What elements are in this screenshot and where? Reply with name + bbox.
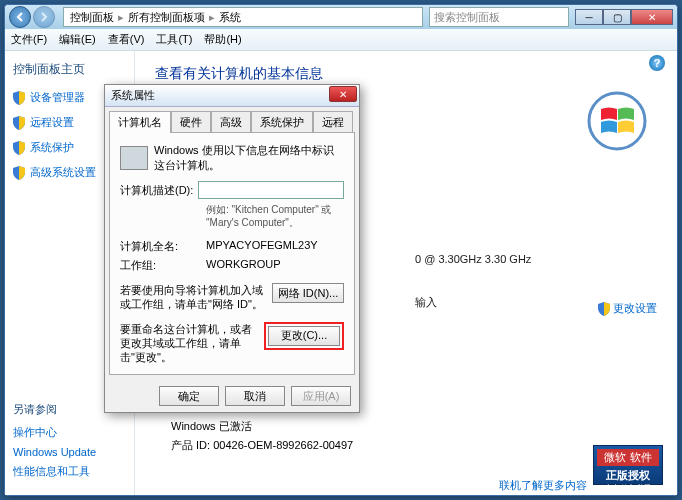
desc-field-label: 计算机描述(D):	[120, 183, 198, 198]
see-also-performance[interactable]: 性能信息和工具	[13, 464, 126, 479]
highlight-box: 更改(C)...	[264, 322, 344, 350]
cancel-button[interactable]: 取消	[225, 386, 285, 406]
breadcrumb-item[interactable]: 所有控制面板项	[128, 10, 205, 25]
nav-forward-button[interactable]	[33, 6, 55, 28]
shield-icon	[13, 91, 25, 105]
change-text: 要重命名这台计算机，或者更改其域或工作组，请单击"更改"。	[120, 322, 256, 365]
nav-back-button[interactable]	[9, 6, 31, 28]
breadcrumb-item[interactable]: 系统	[219, 10, 241, 25]
system-properties-dialog: 系统属性 ✕ 计算机名 硬件 高级 系统保护 远程 Windows 使用以下信息…	[104, 84, 360, 413]
learn-more-link[interactable]: 联机了解更多内容	[499, 478, 587, 493]
workgroup-value: WORKGROUP	[206, 258, 281, 273]
minimize-button[interactable]: ─	[575, 9, 603, 25]
tab-computer-name[interactable]: 计算机名	[109, 111, 171, 133]
dialog-title: 系统属性	[111, 88, 155, 103]
menu-file[interactable]: 文件(F)	[11, 32, 47, 47]
chevron-right-icon: ▸	[209, 11, 215, 24]
badge-sub: 安全 放心 尊重	[597, 483, 659, 493]
menubar: 文件(F) 编辑(E) 查看(V) 工具(T) 帮助(H)	[5, 29, 677, 51]
search-placeholder: 搜索控制面板	[434, 10, 500, 25]
badge-top: 微软 软件	[597, 449, 659, 466]
dialog-close-button[interactable]: ✕	[329, 86, 357, 102]
tab-advanced[interactable]: 高级	[211, 111, 251, 133]
fullname-label: 计算机全名:	[120, 239, 206, 254]
breadcrumb[interactable]: 控制面板 ▸ 所有控制面板项 ▸ 系统	[63, 7, 423, 27]
shield-icon	[13, 141, 25, 155]
tab-hardware[interactable]: 硬件	[171, 111, 211, 133]
breadcrumb-item[interactable]: 控制面板	[70, 10, 114, 25]
search-input[interactable]: 搜索控制面板	[429, 7, 569, 27]
chevron-right-icon: ▸	[118, 11, 124, 24]
dialog-tabs: 计算机名 硬件 高级 系统保护 远程	[105, 107, 359, 133]
help-icon[interactable]: ?	[649, 55, 665, 71]
input-info: 输入	[415, 295, 437, 310]
close-button[interactable]: ✕	[631, 9, 673, 25]
badge-main: 正版授权	[597, 468, 659, 483]
activation-status: Windows 已激活	[171, 419, 657, 434]
intro-text: Windows 使用以下信息在网络中标识这台计算机。	[154, 143, 344, 173]
tab-panel: Windows 使用以下信息在网络中标识这台计算机。 计算机描述(D): 例如:…	[109, 132, 355, 375]
desc-hint: 例如: "Kitchen Computer" 或 "Mary's Compute…	[206, 203, 344, 229]
control-panel-home-link[interactable]: 控制面板主页	[13, 61, 126, 78]
network-id-button[interactable]: 网络 ID(N)...	[272, 283, 344, 303]
menu-help[interactable]: 帮助(H)	[204, 32, 241, 47]
cpu-info: 0 @ 3.30GHz 3.30 GHz	[415, 253, 531, 265]
dialog-titlebar[interactable]: 系统属性 ✕	[105, 85, 359, 107]
shield-icon	[598, 302, 610, 316]
menu-edit[interactable]: 编辑(E)	[59, 32, 96, 47]
see-also-windows-update[interactable]: Windows Update	[13, 446, 126, 458]
tab-system-protection[interactable]: 系统保护	[251, 111, 313, 133]
svg-point-0	[589, 93, 645, 149]
desc-input[interactable]	[198, 181, 344, 199]
computer-icon	[120, 146, 148, 170]
see-also-action-center[interactable]: 操作中心	[13, 425, 126, 440]
apply-button[interactable]: 应用(A)	[291, 386, 351, 406]
tab-remote[interactable]: 远程	[313, 111, 353, 133]
menu-tools[interactable]: 工具(T)	[156, 32, 192, 47]
page-title: 查看有关计算机的基本信息	[155, 65, 657, 83]
change-settings-link[interactable]: 更改设置	[598, 301, 657, 316]
maximize-button[interactable]: ▢	[603, 9, 631, 25]
netid-text: 若要使用向导将计算机加入域或工作组，请单击"网络 ID"。	[120, 283, 264, 312]
shield-icon	[13, 116, 25, 130]
shield-icon	[13, 166, 25, 180]
titlebar: 控制面板 ▸ 所有控制面板项 ▸ 系统 搜索控制面板 ─ ▢ ✕	[5, 5, 677, 29]
fullname-value: MPYACYOFEGML23Y	[206, 239, 318, 254]
genuine-badge[interactable]: 微软 软件 正版授权 安全 放心 尊重	[593, 445, 663, 485]
menu-view[interactable]: 查看(V)	[108, 32, 145, 47]
windows-logo-icon	[587, 91, 647, 151]
product-id: 产品 ID: 00426-OEM-8992662-00497	[171, 438, 657, 453]
ok-button[interactable]: 确定	[159, 386, 219, 406]
change-button[interactable]: 更改(C)...	[268, 326, 340, 346]
workgroup-label: 工作组:	[120, 258, 206, 273]
dialog-button-row: 确定 取消 应用(A)	[105, 380, 359, 412]
